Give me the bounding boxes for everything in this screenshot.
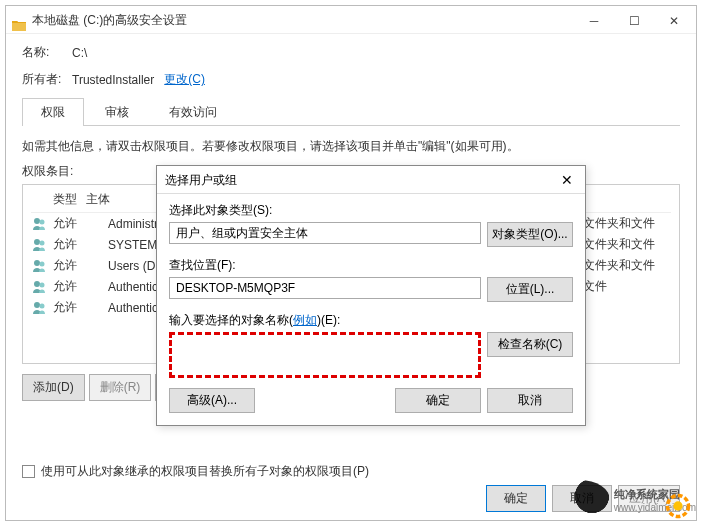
col-type: 类型 — [31, 191, 86, 208]
modal-title: 选择用户或组 — [165, 166, 237, 194]
users-icon — [31, 238, 49, 252]
change-owner-link[interactable]: 更改(C) — [164, 71, 205, 88]
hint-text: 如需其他信息，请双击权限项目。若要修改权限项目，请选择该项目并单击"编辑"(如果… — [22, 138, 680, 155]
tab-permissions[interactable]: 权限 — [22, 98, 84, 126]
tab-auditing[interactable]: 审核 — [86, 98, 148, 126]
object-names-input[interactable] — [169, 332, 481, 378]
users-icon — [31, 301, 49, 315]
replace-inherit-checkbox[interactable] — [22, 465, 35, 478]
locations-button[interactable]: 位置(L)... — [487, 277, 573, 302]
example-link[interactable]: 例如 — [293, 313, 317, 327]
owner-label: 所有者: — [22, 71, 72, 88]
tab-effective[interactable]: 有效访问 — [150, 98, 236, 126]
add-button[interactable]: 添加(D) — [22, 374, 85, 401]
owner-value: TrustedInstaller — [72, 73, 154, 87]
maximize-button[interactable]: ☐ — [614, 8, 654, 34]
svg-point-5 — [40, 261, 45, 266]
svg-point-3 — [40, 240, 45, 245]
svg-point-6 — [34, 281, 40, 287]
location-field — [169, 277, 481, 299]
svg-point-8 — [34, 302, 40, 308]
check-names-button[interactable]: 检查名称(C) — [487, 332, 573, 357]
remove-button: 删除(R) — [89, 374, 152, 401]
location-label: 查找位置(F): — [169, 257, 573, 274]
window-title: 本地磁盘 (C:)的高级安全设置 — [32, 6, 187, 34]
watermark: 纯净系统家园 www.yidaimei.com — [550, 480, 696, 520]
svg-point-0 — [34, 218, 40, 224]
svg-point-9 — [40, 303, 45, 308]
svg-point-4 — [34, 260, 40, 266]
replace-inherit-label: 使用可从此对象继承的权限项目替换所有子对象的权限项目(P) — [41, 463, 369, 480]
ok-button[interactable]: 确定 — [486, 485, 546, 512]
advanced-button[interactable]: 高级(A)... — [169, 388, 255, 413]
gear-icon — [664, 492, 692, 520]
svg-point-1 — [40, 219, 45, 224]
close-icon[interactable]: ✕ — [557, 166, 577, 194]
object-names-label: 输入要选择的对象名称(例如)(E): — [169, 312, 573, 329]
object-types-button[interactable]: 对象类型(O)... — [487, 222, 573, 247]
svg-point-2 — [34, 239, 40, 245]
select-user-dialog: 选择用户或组 ✕ 选择此对象类型(S): 对象类型(O)... 查找位置(F):… — [156, 165, 586, 426]
svg-point-11 — [673, 501, 682, 510]
modal-cancel-button[interactable]: 取消 — [487, 388, 573, 413]
modal-ok-button[interactable]: 确定 — [395, 388, 481, 413]
object-type-field — [169, 222, 481, 244]
name-value: C:\ — [72, 46, 87, 60]
object-type-label: 选择此对象类型(S): — [169, 202, 573, 219]
folder-icon — [12, 14, 26, 26]
users-icon — [31, 259, 49, 273]
users-icon — [31, 280, 49, 294]
close-button[interactable]: ✕ — [654, 8, 694, 34]
minimize-button[interactable]: ─ — [574, 8, 614, 34]
svg-point-7 — [40, 282, 45, 287]
name-label: 名称: — [22, 44, 72, 61]
users-icon — [31, 217, 49, 231]
